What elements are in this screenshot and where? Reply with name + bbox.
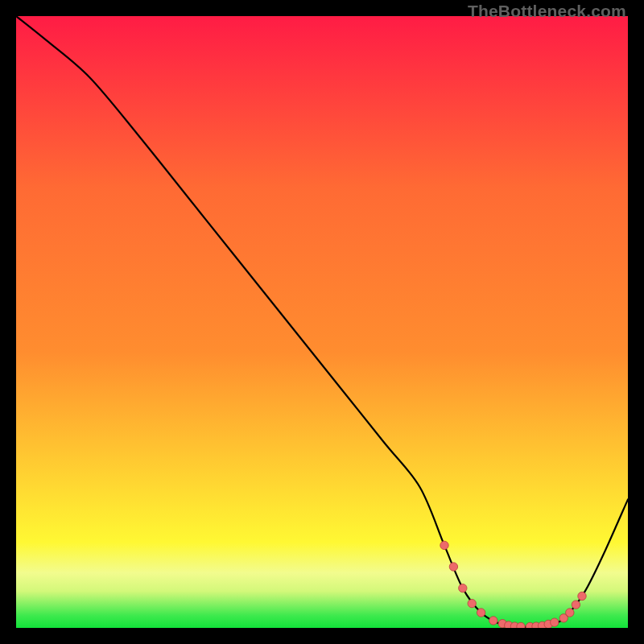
chart-plot-area [16,16,628,628]
highlight-dot [468,599,476,607]
highlight-dot [477,609,485,617]
chart-svg [16,16,628,628]
heat-gradient-bg [16,16,628,628]
highlight-dot [459,584,467,592]
highlight-dot [517,622,525,628]
highlight-dot [440,541,448,549]
highlight-dot [489,617,497,625]
watermark-text: TheBottleneck.com [468,2,626,21]
highlight-dot [578,592,586,600]
highlight-dot [551,618,559,626]
highlight-dot [572,601,580,609]
chart-frame: TheBottleneck.com [0,0,644,644]
highlight-dot [566,609,574,617]
highlight-dot [449,563,457,571]
